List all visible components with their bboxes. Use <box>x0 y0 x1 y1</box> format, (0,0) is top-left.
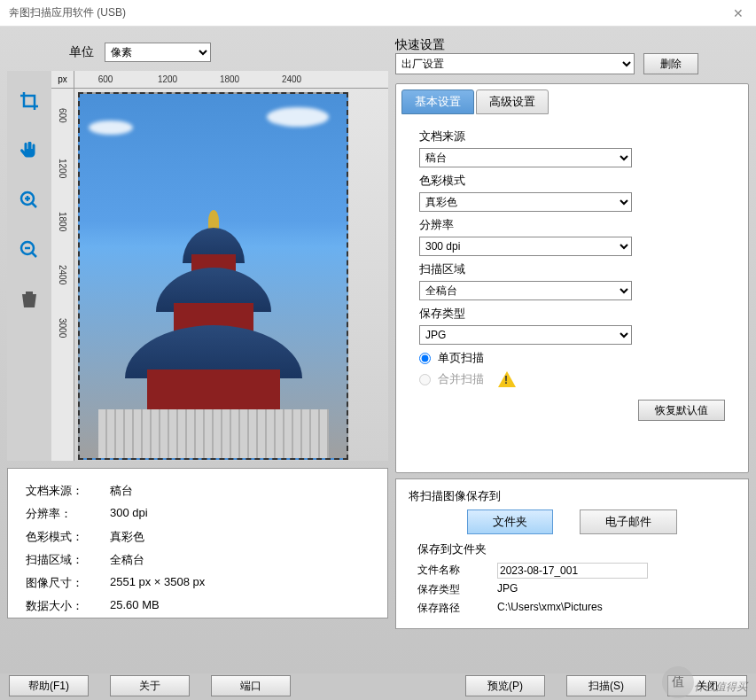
tabs: 基本设置 高级设置 <box>401 89 743 114</box>
source-select[interactable]: 稿台 <box>419 148 632 167</box>
savepath-value: C:\Users\xmx\Pictures <box>497 601 603 616</box>
scan-button[interactable]: 扫描(S) <box>566 675 646 696</box>
save-panel: 将扫描图像保存到 文件夹 电子邮件 保存到文件夹 文件名称 保存类型JPG 保存… <box>395 478 749 629</box>
left-column: 单位 像素 px 600120018002400 600120018002400… <box>7 34 388 666</box>
info-data-value: 25.60 MB <box>110 598 160 614</box>
merge-scan-radio: 合并扫描 <box>419 371 725 387</box>
right-column: 快速设置 出厂设置 删除 基本设置 高级设置 文档来源稿台 色彩模式真彩色 分辨… <box>395 34 749 666</box>
quick-label: 快速设置 <box>395 37 749 53</box>
titlebar: 奔图扫描应用软件 (USB) ✕ <box>0 0 756 27</box>
unit-label: 单位 <box>69 44 94 60</box>
window-title: 奔图扫描应用软件 (USB) <box>9 5 729 20</box>
folder-button[interactable]: 文件夹 <box>467 509 553 534</box>
area-label: 扫描区域 <box>419 261 725 277</box>
color-label: 色彩模式 <box>419 173 725 189</box>
basic-settings: 文档来源稿台 色彩模式真彩色 分辨率300 dpi 扫描区域全稿台 保存类型JP… <box>401 123 743 398</box>
tab-advanced[interactable]: 高级设置 <box>476 89 549 114</box>
preview-area: px 600120018002400 6001200180024003000 <box>7 71 388 461</box>
email-button[interactable]: 电子邮件 <box>580 509 677 534</box>
port-button[interactable]: 端口 <box>211 675 291 696</box>
bottom-bar: 帮助(F1) 关于 端口 预览(P) 扫描(S) 关闭 <box>0 673 756 700</box>
save-subtitle: 保存到文件夹 <box>417 541 736 557</box>
info-source-label: 文档来源 <box>26 483 110 499</box>
info-panel: 文档来源稿台 分辨率300 dpi 色彩模式真彩色 扫描区域全稿台 图像尺寸25… <box>7 468 388 618</box>
crop-icon[interactable] <box>17 89 42 113</box>
savetype-label: 保存类型 <box>419 306 725 322</box>
preview-canvas[interactable]: px 600120018002400 6001200180024003000 <box>51 71 388 461</box>
info-dpi-label: 分辨率 <box>26 506 110 522</box>
quick-select[interactable]: 出厂设置 <box>395 53 635 74</box>
filename-input[interactable] <box>497 563 648 579</box>
info-source-value: 稿台 <box>110 483 133 499</box>
info-area-label: 扫描区域 <box>26 552 110 568</box>
delete-button[interactable]: 删除 <box>643 53 698 74</box>
dpi-select[interactable]: 300 dpi <box>419 237 632 256</box>
preview-image <box>78 92 348 460</box>
trash-icon[interactable] <box>17 287 42 312</box>
savepath-label: 保存路径 <box>417 601 497 616</box>
unit-row: 单位 像素 <box>7 34 388 71</box>
about-button[interactable]: 关于 <box>110 675 190 696</box>
savetype2-value: JPG <box>497 582 518 597</box>
source-label: 文档来源 <box>419 128 725 144</box>
ruler-horizontal: 600120018002400 <box>74 71 388 89</box>
save-title: 将扫描图像保存到 <box>409 488 736 504</box>
info-color-value: 真彩色 <box>110 529 144 545</box>
info-data-label: 数据大小 <box>26 598 110 614</box>
info-dpi-value: 300 dpi <box>110 506 148 522</box>
info-area-value: 全稿台 <box>110 552 144 568</box>
unit-select[interactable]: 像素 <box>105 43 211 62</box>
info-color-label: 色彩模式 <box>26 529 110 545</box>
close-icon[interactable]: ✕ <box>729 6 747 20</box>
tab-basic[interactable]: 基本设置 <box>401 89 474 114</box>
ruler-corner: px <box>51 71 74 89</box>
tool-strip <box>7 71 51 461</box>
single-page-radio[interactable]: 单页扫描 <box>419 350 725 366</box>
preview-button[interactable]: 预览(P) <box>465 675 545 696</box>
zoom-out-icon[interactable] <box>17 237 42 262</box>
settings-panel: 基本设置 高级设置 文档来源稿台 色彩模式真彩色 分辨率300 dpi 扫描区域… <box>395 83 749 473</box>
restore-button[interactable]: 恢复默认值 <box>638 400 725 421</box>
warning-icon <box>498 371 516 387</box>
quick-settings: 快速设置 出厂设置 删除 <box>395 34 749 78</box>
content: 单位 像素 px 600120018002400 600120018002400… <box>0 27 756 673</box>
info-size-label: 图像尺寸 <box>26 575 110 591</box>
dpi-label: 分辨率 <box>419 217 725 233</box>
close-button[interactable]: 关闭 <box>667 675 747 696</box>
savetype-select[interactable]: JPG <box>419 325 632 345</box>
ruler-vertical: 6001200180024003000 <box>51 89 74 461</box>
filename-label: 文件名称 <box>417 563 497 579</box>
area-select[interactable]: 全稿台 <box>419 281 632 300</box>
savetype2-label: 保存类型 <box>417 582 497 597</box>
color-select[interactable]: 真彩色 <box>419 192 632 212</box>
help-button[interactable]: 帮助(F1) <box>9 675 89 696</box>
info-size-value: 2551 px × 3508 px <box>110 575 205 591</box>
hand-icon[interactable] <box>17 138 42 163</box>
zoom-in-icon[interactable] <box>17 188 42 213</box>
